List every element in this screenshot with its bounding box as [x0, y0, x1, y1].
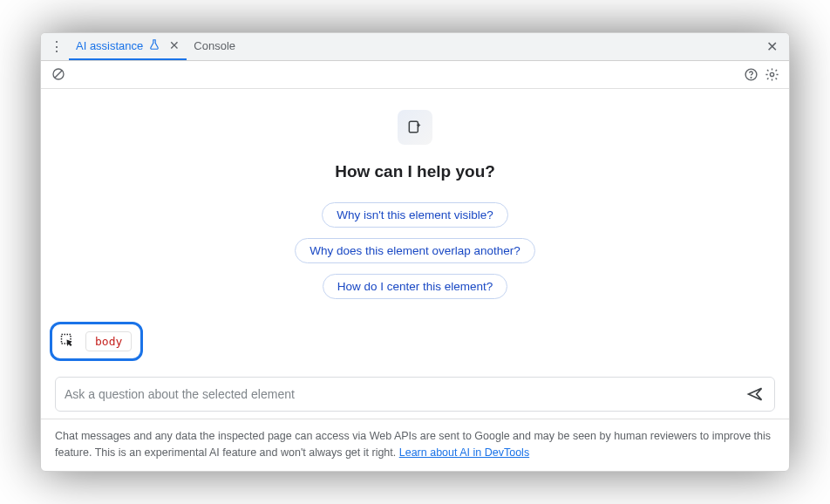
devtools-panel: ⋮ AI assistance ✕ Console ✕ How can I h — [40, 32, 790, 473]
flask-icon — [148, 38, 160, 53]
learn-more-link[interactable]: Learn about AI in DevTools — [399, 446, 529, 459]
element-picker-icon[interactable] — [59, 332, 77, 350]
tab-console[interactable]: Console — [187, 33, 242, 60]
disclaimer-footer: Chat messages and any data the inspected… — [41, 419, 789, 472]
svg-line-1 — [55, 71, 62, 78]
suggestion-chip[interactable]: How do I center this element? — [323, 274, 508, 299]
sparkle-icon — [398, 110, 432, 145]
send-icon[interactable] — [745, 384, 765, 405]
svg-point-4 — [770, 72, 773, 76]
gear-icon[interactable] — [761, 64, 782, 85]
selected-element-badge[interactable]: body — [85, 331, 132, 351]
svg-rect-5 — [409, 121, 418, 133]
clear-icon[interactable] — [48, 64, 69, 85]
element-picker-highlight: body — [50, 322, 143, 361]
prompt-input-row — [55, 377, 775, 412]
more-menu-icon[interactable]: ⋮ — [48, 37, 65, 55]
toolbar — [41, 61, 789, 89]
prompt-input[interactable] — [65, 387, 745, 401]
tab-label: Console — [194, 39, 235, 52]
element-selector-row: body — [50, 322, 143, 361]
svg-point-3 — [751, 77, 752, 78]
page-heading: How can I help you? — [335, 162, 495, 181]
suggestion-chip[interactable]: Why isn't this element visible? — [322, 202, 508, 228]
main-content: How can I help you? Why isn't this eleme… — [41, 89, 789, 368]
suggestion-list: Why isn't this element visible? Why does… — [295, 202, 535, 299]
tab-ai-assistance[interactable]: AI assistance ✕ — [69, 33, 187, 60]
suggestion-chip[interactable]: Why does this element overlap another? — [295, 238, 535, 263]
close-tab-icon[interactable]: ✕ — [169, 38, 180, 52]
close-panel-icon[interactable]: ✕ — [761, 36, 782, 57]
tab-bar: ⋮ AI assistance ✕ Console ✕ — [41, 33, 789, 61]
tab-label: AI assistance — [76, 39, 143, 52]
help-icon[interactable] — [740, 64, 761, 85]
